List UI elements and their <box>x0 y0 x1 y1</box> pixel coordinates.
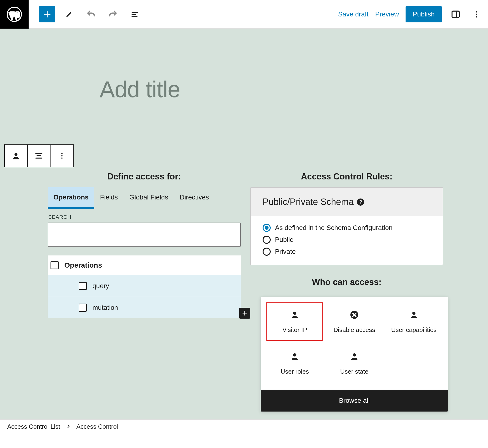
post-title-input[interactable]: Add title <box>100 76 180 103</box>
person-icon <box>290 310 300 321</box>
redo-icon <box>108 9 118 19</box>
radio-input[interactable] <box>263 224 271 232</box>
person-icon <box>350 352 359 363</box>
tree-item-mutation[interactable]: mutation <box>48 297 241 318</box>
who-item-user-capabilities[interactable]: User capabilities <box>385 302 442 341</box>
svg-point-7 <box>61 153 63 154</box>
dots-vertical-icon <box>58 152 66 160</box>
svg-point-12 <box>412 312 415 315</box>
svg-point-9 <box>61 158 63 159</box>
radio-private[interactable]: Private <box>263 246 431 258</box>
schema-visibility-card: Public/Private Schema ? As defined in th… <box>250 187 443 265</box>
tab-operations[interactable]: Operations <box>48 187 94 209</box>
tree-item-label: mutation <box>92 304 118 312</box>
checkbox-query[interactable] <box>79 282 87 290</box>
access-control-block: Define access for: Operations Fields Glo… <box>48 172 443 412</box>
radio-input[interactable] <box>263 248 271 256</box>
block-type-button[interactable] <box>5 145 28 167</box>
schema-card-title: Public/Private Schema <box>263 197 354 207</box>
save-draft-button[interactable]: Save draft <box>338 10 369 18</box>
who-item-user-state[interactable]: User state <box>326 344 383 383</box>
access-tabs: Operations Fields Global Fields Directiv… <box>48 187 241 209</box>
align-icon <box>34 151 43 160</box>
svg-point-5 <box>476 16 477 17</box>
search-label: SEARCH <box>48 214 241 220</box>
ban-icon <box>350 310 359 321</box>
more-options-button[interactable] <box>469 7 484 21</box>
tree-item-label: query <box>92 282 109 290</box>
tree-group-label: Operations <box>64 261 102 269</box>
dots-vertical-icon <box>472 10 481 19</box>
tab-fields[interactable]: Fields <box>94 187 124 209</box>
who-item-visitor-ip[interactable]: Visitor IP <box>266 302 323 341</box>
svg-point-13 <box>293 353 296 357</box>
radio-as-defined[interactable]: As defined in the Schema Configuration <box>263 222 431 234</box>
publish-button[interactable]: Publish <box>406 6 442 22</box>
undo-button[interactable] <box>83 6 99 22</box>
plus-icon <box>43 10 51 19</box>
who-can-access-container: Visitor IPDisable accessUser capabilitie… <box>250 297 443 412</box>
settings-sidebar-toggle[interactable] <box>448 7 463 21</box>
who-item-label: Disable access <box>334 326 375 334</box>
breadcrumb-item[interactable]: Access Control List <box>7 423 60 430</box>
toolbar-left <box>29 6 143 22</box>
chevron-right-icon <box>66 423 71 430</box>
help-icon[interactable]: ? <box>357 199 364 206</box>
operations-tree: Operations query mutation <box>48 256 241 318</box>
browse-all-button[interactable]: Browse all <box>261 390 448 412</box>
who-item-label: User state <box>340 368 369 375</box>
define-access-column: Define access for: Operations Fields Glo… <box>48 172 241 412</box>
svg-point-14 <box>353 353 356 357</box>
svg-rect-1 <box>452 11 459 17</box>
tree-item-query[interactable]: query <box>48 275 241 297</box>
who-item-label: User capabilities <box>391 326 437 334</box>
wordpress-logo[interactable] <box>0 0 29 29</box>
document-overview-button[interactable] <box>127 6 143 22</box>
who-inserter-panel: Visitor IPDisable accessUser capabilitie… <box>261 297 448 412</box>
radio-label: As defined in the Schema Configuration <box>275 224 392 232</box>
tree-group-operations[interactable]: Operations <box>48 256 241 275</box>
svg-point-3 <box>476 11 477 12</box>
rules-heading: Access Control Rules: <box>250 172 443 182</box>
radio-public[interactable]: Public <box>263 234 431 246</box>
checkbox-mutation[interactable] <box>79 304 87 312</box>
svg-point-8 <box>61 155 63 156</box>
who-item-disable-access[interactable]: Disable access <box>326 302 383 341</box>
person-icon <box>409 310 419 321</box>
define-access-heading: Define access for: <box>48 172 241 182</box>
list-icon <box>131 10 139 19</box>
add-rule-button[interactable] <box>239 308 250 319</box>
who-can-access-heading: Who can access: <box>250 277 443 287</box>
rules-column: Access Control Rules: Public/Private Sch… <box>250 172 443 412</box>
plus-icon <box>242 310 248 316</box>
checkbox-operations-all[interactable] <box>50 261 59 269</box>
tab-directives[interactable]: Directives <box>174 187 215 209</box>
person-icon <box>11 151 21 160</box>
who-item-label: User roles <box>281 368 309 375</box>
add-block-button[interactable] <box>39 6 55 22</box>
person-icon <box>290 352 300 363</box>
edit-mode-button[interactable] <box>61 6 77 22</box>
svg-point-6 <box>15 153 18 156</box>
who-item-user-roles[interactable]: User roles <box>266 344 323 383</box>
pencil-icon <box>65 10 73 19</box>
radio-input[interactable] <box>263 236 271 244</box>
svg-point-4 <box>476 14 477 15</box>
block-toolbar <box>4 144 74 167</box>
redo-button[interactable] <box>105 6 121 22</box>
wordpress-icon <box>6 6 22 22</box>
radio-label: Private <box>275 248 296 256</box>
block-align-button[interactable] <box>28 145 50 167</box>
editor-top-bar: Save draft Preview Publish <box>0 0 488 29</box>
block-breadcrumb: Access Control List Access Control <box>0 419 488 434</box>
sidebar-icon <box>451 9 460 19</box>
who-item-label: Visitor IP <box>282 326 307 334</box>
schema-card-header: Public/Private Schema ? <box>251 188 443 216</box>
breadcrumb-item[interactable]: Access Control <box>77 423 118 430</box>
search-input[interactable] <box>48 223 241 247</box>
radio-label: Public <box>275 236 293 244</box>
block-more-button[interactable] <box>50 145 73 167</box>
preview-button[interactable]: Preview <box>375 10 399 18</box>
svg-point-10 <box>293 312 296 315</box>
tab-global-fields[interactable]: Global Fields <box>124 187 174 209</box>
